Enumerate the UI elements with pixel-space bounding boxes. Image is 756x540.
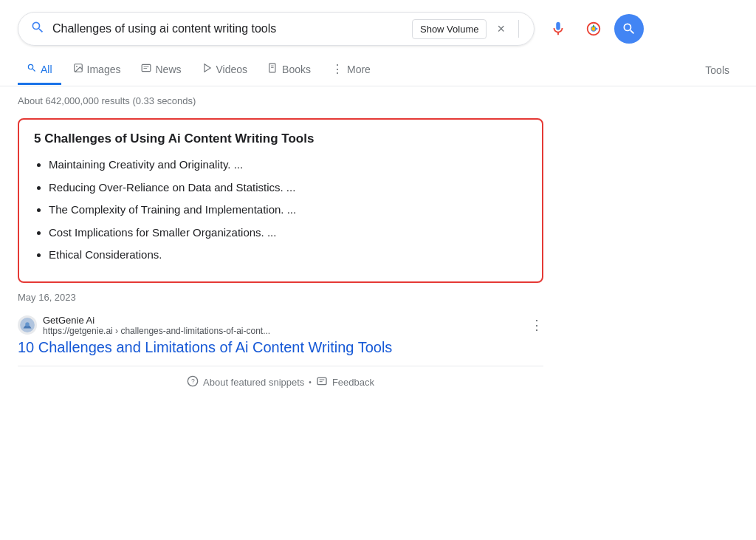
about-snippets-link[interactable]: About featured snippets xyxy=(203,377,304,388)
snippet-date: May 16, 2023 xyxy=(18,292,543,303)
tab-all[interactable]: All xyxy=(18,55,61,85)
footer-separator: • xyxy=(309,378,312,386)
clear-search-button[interactable]: × xyxy=(494,21,508,37)
images-icon xyxy=(73,63,83,75)
voice-search-button[interactable] xyxy=(543,14,573,44)
svg-point-11 xyxy=(25,322,30,327)
search-input[interactable] xyxy=(52,22,405,35)
featured-snippet: 5 Challenges of Using Ai Content Writing… xyxy=(18,118,543,283)
svg-rect-14 xyxy=(317,377,326,384)
list-item: Maintaining Creativity and Originality. … xyxy=(49,157,527,174)
site-url: https://getgenie.ai › challenges-and-lim… xyxy=(43,326,270,336)
feedback-link[interactable]: Feedback xyxy=(332,377,374,388)
tab-videos[interactable]: Videos xyxy=(193,55,257,85)
main-content: About 642,000,000 results (0.33 seconds)… xyxy=(0,86,561,407)
site-favicon xyxy=(18,315,37,335)
feedback-icon xyxy=(316,375,328,389)
result-menu-button[interactable]: ⋮ xyxy=(530,317,543,333)
result-source-info: GetGenie Ai https://getgenie.ai › challe… xyxy=(43,315,270,336)
search-bar: Show Volume × xyxy=(18,12,535,46)
google-lens-button[interactable] xyxy=(579,14,608,44)
result-item: GetGenie Ai https://getgenie.ai › challe… xyxy=(18,315,543,357)
news-icon xyxy=(141,63,151,75)
svg-rect-3 xyxy=(142,64,151,71)
search-button[interactable] xyxy=(614,14,644,44)
tab-images[interactable]: Images xyxy=(64,55,130,85)
all-search-icon xyxy=(27,63,37,75)
svg-rect-7 xyxy=(269,64,275,72)
question-icon: ? xyxy=(187,375,199,389)
tools-tab[interactable]: Tools xyxy=(696,57,738,83)
svg-point-2 xyxy=(76,66,78,67)
books-icon xyxy=(268,63,278,75)
header: Show Volume × xyxy=(0,0,756,46)
tab-books[interactable]: Books xyxy=(259,55,320,85)
results-count: About 642,000,000 results (0.33 seconds) xyxy=(18,95,543,106)
list-item: The Complexity of Training and Implement… xyxy=(49,202,527,219)
nav-tabs: All Images News Videos Books ⋮ More Tool… xyxy=(0,49,756,86)
result-title-link[interactable]: 10 Challenges and Limitations of Ai Cont… xyxy=(18,339,392,355)
show-volume-button[interactable]: Show Volume xyxy=(412,19,487,39)
svg-text:?: ? xyxy=(191,377,195,385)
header-icons xyxy=(543,14,644,44)
snippet-title: 5 Challenges of Using Ai Content Writing… xyxy=(34,131,527,146)
tab-news[interactable]: News xyxy=(132,55,190,85)
list-item: Ethical Considerations. xyxy=(49,247,527,264)
footer-links: ? About featured snippets • Feedback xyxy=(18,366,543,389)
result-source: GetGenie Ai https://getgenie.ai › challe… xyxy=(18,315,543,336)
list-item: Reducing Over-Reliance on Data and Stati… xyxy=(49,180,527,196)
svg-marker-6 xyxy=(204,64,210,72)
videos-icon xyxy=(202,63,213,75)
list-item: Cost Implications for Smaller Organizati… xyxy=(49,225,527,242)
snippet-list: Maintaining Creativity and Originality. … xyxy=(34,157,527,264)
tab-more[interactable]: ⋮ More xyxy=(323,55,379,86)
separator xyxy=(518,20,519,38)
site-name: GetGenie Ai xyxy=(43,315,270,326)
more-dots-icon: ⋮ xyxy=(331,62,343,76)
search-bar-google-icon xyxy=(30,20,45,38)
